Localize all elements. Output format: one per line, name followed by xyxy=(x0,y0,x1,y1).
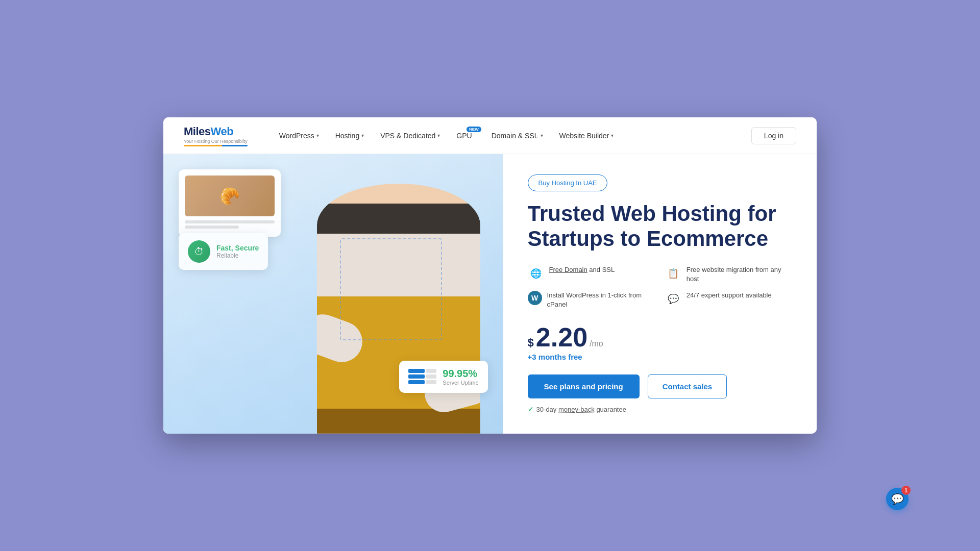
cta-row: See plans and pricing Contact sales xyxy=(528,374,792,398)
hero-content: Buy Hosting In UAE Trusted Web Hosting f… xyxy=(503,154,817,433)
buy-hosting-button[interactable]: Buy Hosting In UAE xyxy=(528,174,608,191)
hero-image-side: 🥐 ⏱ Fast, Secure Reliable xyxy=(163,154,503,433)
uptime-label: Server Uptime xyxy=(443,380,478,386)
browser-window: MilesWeb Your Hosting Our Responsibilty … xyxy=(163,117,817,433)
check-icon: ✓ xyxy=(528,406,533,413)
price-dollar: $ xyxy=(528,336,534,349)
contact-sales-button[interactable]: Contact sales xyxy=(648,374,727,398)
globe-icon: 🌐 xyxy=(528,265,544,282)
chat-widget: 💬 1 xyxy=(917,508,939,531)
feature-domain: 🌐 Free Domain and SSL xyxy=(528,265,655,284)
server-row-2 xyxy=(408,374,436,379)
nav-item-hosting[interactable]: Hosting ▾ xyxy=(328,128,371,144)
feature-wordpress: W Install WordPress in 1-click from cPan… xyxy=(528,291,655,309)
server-row-3 xyxy=(408,380,436,384)
nav-item-domain[interactable]: Domain & SSL ▾ xyxy=(484,128,550,144)
price-row: $ 2.20 /mo xyxy=(528,324,792,350)
navbar: MilesWeb Your Hosting Our Responsibilty … xyxy=(163,117,817,154)
support-icon: 💬 xyxy=(665,291,681,307)
features-grid: 🌐 Free Domain and SSL 📋 Free website mig… xyxy=(528,265,792,310)
see-plans-button[interactable]: See plans and pricing xyxy=(528,374,640,398)
feature-domain-text: Free Domain and SSL xyxy=(549,265,615,274)
login-button[interactable]: Log in xyxy=(751,127,796,144)
server-block-small xyxy=(426,380,436,384)
migration-icon: 📋 xyxy=(665,265,681,282)
price-amount: 2.20 xyxy=(536,324,587,350)
dashed-rect xyxy=(340,238,442,340)
wordpress-icon: W xyxy=(528,291,542,305)
price-free-months: +3 months free xyxy=(528,353,792,361)
nav-links: WordPress ▾ Hosting ▾ VPS & Dedicated ▾ … xyxy=(272,128,751,144)
logo-text: MilesWeb xyxy=(184,125,248,138)
server-block-small xyxy=(426,374,436,379)
chevron-down-icon: ▾ xyxy=(611,133,614,138)
server-block-small xyxy=(426,369,436,373)
uptime-info: 99.95% Server Uptime xyxy=(443,368,478,386)
guarantee-text: ✓ 30-day money-back guarantee xyxy=(528,406,792,413)
nav-item-website-builder[interactable]: Website Builder ▾ xyxy=(552,128,621,144)
chevron-down-icon: ▾ xyxy=(437,133,440,138)
server-block xyxy=(408,369,425,373)
feature-wordpress-text: Install WordPress in 1-click from cPanel xyxy=(547,291,655,309)
server-block xyxy=(408,374,425,379)
new-badge: NEW xyxy=(467,127,481,132)
logo-underline xyxy=(184,145,248,146)
nav-item-gpu[interactable]: NEW GPU xyxy=(449,128,482,144)
chevron-down-icon: ▾ xyxy=(316,133,319,138)
price-per: /mo xyxy=(590,339,603,348)
uptime-percentage: 99.95% xyxy=(443,368,478,380)
chat-button[interactable]: 💬 1 xyxy=(886,488,909,510)
uptime-card: 99.95% Server Uptime xyxy=(399,361,487,393)
server-row-1 xyxy=(408,369,436,373)
nav-item-vps[interactable]: VPS & Dedicated ▾ xyxy=(373,128,447,144)
server-block xyxy=(408,380,425,384)
feature-support: 💬 24/7 expert support available xyxy=(665,291,792,309)
server-icon xyxy=(408,369,436,384)
chat-badge: 1 xyxy=(901,486,911,495)
logo[interactable]: MilesWeb Your Hosting Our Responsibilty xyxy=(184,125,248,146)
hero-title: Trusted Web Hosting for Startups to Ecom… xyxy=(528,202,792,251)
logo-tagline: Your Hosting Our Responsibilty xyxy=(184,139,248,144)
nav-item-wordpress[interactable]: WordPress ▾ xyxy=(272,128,326,144)
feature-migration: 📋 Free website migration from any host xyxy=(665,265,792,284)
feature-migration-text: Free website migration from any host xyxy=(687,265,792,284)
money-back-text: money-back xyxy=(558,406,595,413)
chat-icon: 💬 xyxy=(891,493,904,505)
chevron-down-icon: ▾ xyxy=(361,133,364,138)
feature-support-text: 24/7 expert support available xyxy=(687,291,772,300)
price-section: $ 2.20 /mo +3 months free xyxy=(528,324,792,361)
chevron-down-icon: ▾ xyxy=(541,133,543,138)
hero-section: 🥐 ⏱ Fast, Secure Reliable xyxy=(163,154,817,433)
